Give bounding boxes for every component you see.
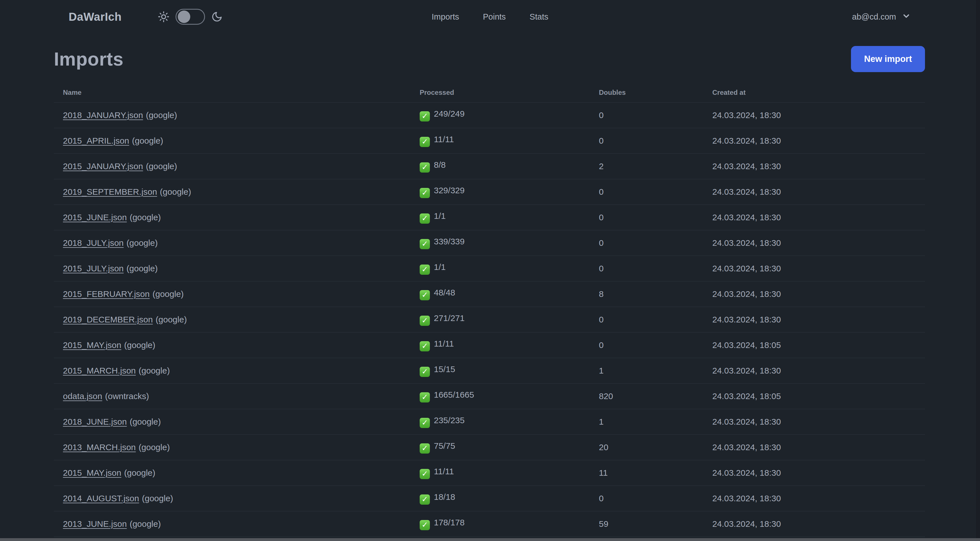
file-link[interactable]: 2015_FEBRUARY.json	[63, 289, 150, 298]
doubles-count: 0	[590, 332, 703, 358]
created-at: 24.03.2024, 18:30	[703, 256, 925, 281]
table-row: 2015_JULY.json(google) ✓1/1 0 24.03.2024…	[54, 256, 925, 281]
created-at: 24.03.2024, 18:30	[703, 307, 925, 332]
table-row: 2019_DECEMBER.json(google) ✓271/271 0 24…	[54, 307, 925, 332]
table-row: 2015_MAY.json(google) ✓11/11 11 24.03.20…	[54, 460, 925, 486]
file-link[interactable]: 2018_JANUARY.json	[63, 110, 143, 120]
table-row: 2018_JULY.json(google) ✓339/339 0 24.03.…	[54, 230, 925, 256]
doubles-count: 1	[590, 358, 703, 383]
nav-item-stats[interactable]: Stats	[530, 12, 549, 22]
file-link[interactable]: odata.json	[63, 391, 102, 401]
file-link[interactable]: 2013_MARCH.json	[63, 442, 136, 452]
processed-count: 339/339	[434, 237, 465, 246]
doubles-count: 820	[590, 383, 703, 409]
file-source: (google)	[146, 110, 177, 120]
doubles-count: 1	[590, 409, 703, 434]
file-source: (google)	[138, 366, 170, 375]
check-icon: ✓	[420, 239, 430, 249]
file-link[interactable]: 2015_JUNE.json	[63, 212, 127, 222]
created-at: 24.03.2024, 18:30	[703, 460, 925, 486]
file-link[interactable]: 2015_JULY.json	[63, 264, 124, 273]
bottom-scrollbar-strip[interactable]	[0, 538, 980, 541]
theme-switch[interactable]	[175, 9, 205, 25]
column-header-processed: Processed	[410, 81, 590, 102]
moon-icon	[211, 11, 223, 22]
sun-icon	[158, 11, 169, 22]
created-at: 24.03.2024, 18:30	[703, 153, 925, 179]
new-import-button[interactable]: New import	[851, 46, 925, 72]
created-at: 24.03.2024, 18:30	[703, 486, 925, 511]
file-link[interactable]: 2015_MAY.json	[63, 340, 121, 350]
file-link[interactable]: 2014_AUGUST.json	[63, 493, 139, 503]
check-icon: ✓	[420, 316, 430, 326]
table-row: 2015_JUNE.json(google) ✓1/1 0 24.03.2024…	[54, 205, 925, 230]
column-header-created-at: Created at	[703, 81, 925, 102]
main-nav: Imports Points Stats	[431, 12, 548, 22]
file-link[interactable]: 2015_MAY.json	[63, 468, 121, 477]
window-right-edge	[976, 0, 980, 541]
created-at: 24.03.2024, 18:05	[703, 332, 925, 358]
table-header-row: Name Processed Doubles Created at	[54, 81, 925, 102]
processed-count: 1/1	[434, 262, 446, 271]
file-source: (owntracks)	[105, 391, 149, 401]
file-link[interactable]: 2018_JULY.json	[63, 238, 124, 247]
processed-count: 18/18	[434, 492, 455, 501]
file-link[interactable]: 2015_JANUARY.json	[63, 161, 143, 171]
processed-count: 271/271	[434, 313, 465, 323]
check-icon: ✓	[420, 444, 430, 453]
imports-table: Name Processed Doubles Created at 2018_J…	[54, 81, 925, 541]
processed-count: 11/11	[434, 467, 454, 476]
table-row: odata.json(owntracks) ✓1665/1665 820 24.…	[54, 383, 925, 409]
chevron-down-icon	[902, 11, 911, 22]
file-link[interactable]: 2019_SEPTEMBER.json	[63, 187, 157, 196]
nav-item-imports[interactable]: Imports	[431, 12, 459, 22]
created-at: 24.03.2024, 18:30	[703, 409, 925, 434]
file-link[interactable]: 2013_JUNE.json	[63, 519, 127, 528]
check-icon: ✓	[420, 341, 430, 351]
processed-count: 178/178	[434, 518, 465, 527]
processed-count: 1665/1665	[434, 390, 474, 399]
processed-count: 1/1	[434, 211, 446, 220]
user-menu[interactable]: ab@cd.com	[852, 11, 911, 22]
check-icon: ✓	[420, 495, 430, 505]
file-link[interactable]: 2015_MARCH.json	[63, 366, 136, 375]
file-link[interactable]: 2018_JUNE.json	[63, 417, 127, 426]
main-content: Imports New import Name Processed Double…	[0, 46, 980, 541]
created-at: 24.03.2024, 18:30	[703, 281, 925, 307]
file-source: (google)	[130, 212, 161, 222]
table-row: 2018_JANUARY.json(google) ✓249/249 0 24.…	[54, 102, 925, 128]
doubles-count: 11	[590, 460, 703, 486]
table-row: 2015_JANUARY.json(google) ✓8/8 2 24.03.2…	[54, 153, 925, 179]
file-source: (google)	[126, 238, 158, 247]
processed-count: 48/48	[434, 288, 455, 297]
check-icon: ✓	[420, 367, 430, 377]
check-icon: ✓	[420, 392, 430, 402]
column-header-doubles: Doubles	[590, 81, 703, 102]
page-title: Imports	[54, 48, 124, 70]
table-row: 2015_MARCH.json(google) ✓15/15 1 24.03.2…	[54, 358, 925, 383]
created-at: 24.03.2024, 18:30	[703, 102, 925, 128]
created-at: 24.03.2024, 18:30	[703, 205, 925, 230]
doubles-count: 0	[590, 486, 703, 511]
file-source: (google)	[130, 417, 161, 426]
nav-item-points[interactable]: Points	[483, 12, 506, 22]
top-navbar: DaWarIch Imports Points	[0, 0, 980, 34]
created-at: 24.03.2024, 18:30	[703, 434, 925, 460]
file-link[interactable]: 2015_APRIL.json	[63, 136, 129, 145]
processed-count: 11/11	[434, 134, 454, 144]
file-source: (google)	[142, 493, 173, 503]
table-row: 2013_JUNE.json(google) ✓178/178 59 24.03…	[54, 511, 925, 537]
file-link[interactable]: 2019_DECEMBER.json	[63, 315, 153, 324]
created-at: 24.03.2024, 18:30	[703, 179, 925, 205]
file-source: (google)	[160, 187, 191, 196]
doubles-count: 0	[590, 256, 703, 281]
theme-switch-knob	[178, 11, 190, 23]
file-source: (google)	[130, 519, 161, 528]
imports-table-body: 2018_JANUARY.json(google) ✓249/249 0 24.…	[54, 102, 925, 541]
file-source: (google)	[153, 289, 184, 298]
doubles-count: 2	[590, 153, 703, 179]
table-row: 2018_JUNE.json(google) ✓235/235 1 24.03.…	[54, 409, 925, 434]
table-row: 2015_FEBRUARY.json(google) ✓48/48 8 24.0…	[54, 281, 925, 307]
app-logo[interactable]: DaWarIch	[68, 11, 122, 23]
file-source: (google)	[156, 315, 187, 324]
